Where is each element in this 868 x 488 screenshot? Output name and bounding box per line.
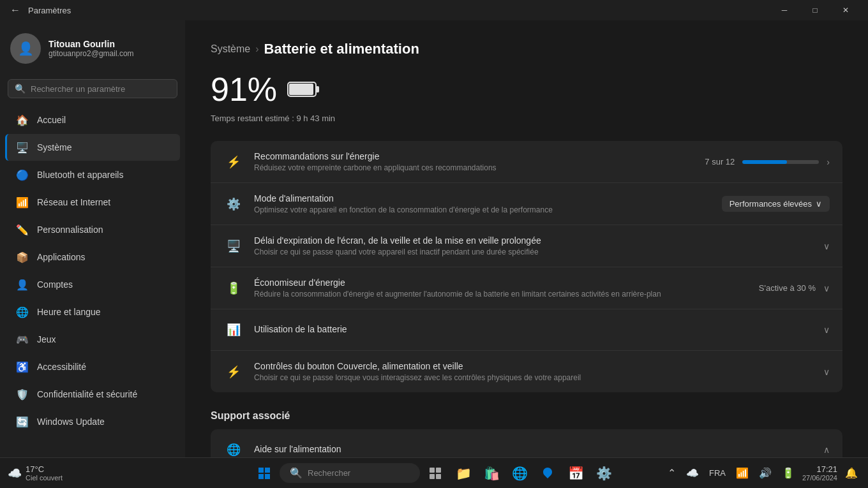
setting-text-economiseur: Économiseur d'énergie Réduire la consomm… [254,277,749,299]
progress-fill [742,160,787,164]
sidebar-item-personnalisation[interactable]: ✏️ Personnalisation [5,216,180,243]
chrome-button[interactable]: 🌐 [507,461,532,486]
settings-button[interactable]: ⚙️ [591,461,617,486]
user-profile[interactable]: 👤 Titouan Gourlin gtitouanpro2@gmail.com [0,26,185,74]
sidebar-item-confidentialite[interactable]: 🛡️ Confidentialité et sécurité [5,381,180,408]
setting-title-delai_expiration: Délai d'expiration de l'écran, de la vei… [254,235,813,246]
chevron-icon: ∨ [823,367,830,377]
setting-right-controles_bouton: ∨ [823,367,830,377]
page-title: Batterie et alimentation [264,41,419,57]
setting-row-delai_expiration[interactable]: 🖥️ Délai d'expiration de l'écran, de la … [211,225,842,267]
system-tray-icon[interactable]: ⌃ [665,464,678,482]
start-button[interactable] [251,461,277,486]
nav-list: 🏠 Accueil 🖥️ Système 🔵 Bluetooth et appa… [0,106,185,436]
nav-icon-heure: 🌐 [15,305,29,319]
sidebar-item-systeme[interactable]: 🖥️ Système [5,134,180,161]
search-box[interactable]: 🔍 Rechercher un paramètre [8,79,177,98]
svg-rect-10 [436,474,441,479]
dropdown-button-mode_alimentation[interactable]: Performances élevées ∨ [722,196,830,212]
support-chevron-icon: ∧ [823,445,830,455]
sidebar-item-accessibilite[interactable]: ♿ Accessibilité [5,353,180,380]
setting-desc-delai_expiration: Choisir ce qui se passe quand votre appa… [254,248,813,256]
sidebar-item-applications[interactable]: 📦 Applications [5,244,180,270]
svg-rect-9 [430,474,435,479]
setting-icon-mode_alimentation: ⚙️ [223,194,244,214]
title-bar: ← Paramètres ─ □ ✕ [0,0,868,20]
progress-container [742,160,819,164]
file-explorer-button[interactable]: 📁 [451,461,476,486]
setting-icon-economiseur: 🔋 [223,278,244,299]
svg-rect-6 [265,474,270,479]
volume-icon[interactable]: 🔊 [756,464,774,482]
sidebar-item-heure[interactable]: 🌐 Heure et langue [5,299,180,325]
battery-percentage: 91% [211,70,277,108]
cloud-icon[interactable]: ☁️ [684,464,701,482]
weather-widget[interactable]: ☁️ 17°C Ciel couvert [8,464,63,482]
svg-rect-3 [258,468,264,473]
setting-row-mode_alimentation[interactable]: ⚙️ Mode d'alimentation Optimisez votre a… [211,183,842,225]
setting-row-utilisation_batterie[interactable]: 📊 Utilisation de la batterie ∨ [211,309,842,351]
language-indicator[interactable]: FRA [707,466,728,480]
calendar-button[interactable]: 📅 [563,461,588,486]
wifi-icon[interactable]: 📶 [733,464,751,482]
svg-rect-5 [258,474,264,479]
setting-icon-delai_expiration: 🖥️ [223,236,244,256]
maximize-button[interactable]: □ [800,0,830,20]
sidebar-item-reseau[interactable]: 📶 Réseau et Internet [5,189,180,216]
battery-icon [287,80,320,98]
search-placeholder: Rechercher un paramètre [31,84,125,94]
chevron-icon: ∨ [823,241,830,251]
setting-desc-controles_bouton: Choisir ce qui se passe lorsque vous int… [254,373,813,382]
user-email: gtitouanpro2@gmail.com [49,49,134,58]
sidebar-item-comptes[interactable]: 👤 Comptes [5,271,180,298]
nav-label-applications: Applications [37,252,86,262]
edge-button[interactable] [535,461,560,486]
setting-right-economiseur: S'active à 30 % ∨ [759,283,830,293]
support-row-aide_alimentation[interactable]: 🌐 Aide sur l'alimentation ∧ [211,429,842,457]
nav-label-personnalisation: Personnalisation [37,225,103,235]
notification-icon[interactable]: 🔔 [842,464,860,482]
search-icon: 🔍 [15,84,26,94]
setting-row-economiseur[interactable]: 🔋 Économiseur d'énergie Réduire la conso… [211,267,842,309]
setting-title-utilisation_batterie: Utilisation de la batterie [254,324,813,334]
sidebar-item-bluetooth[interactable]: 🔵 Bluetooth et appareils [5,161,180,188]
svg-rect-2 [289,84,313,95]
minimize-button[interactable]: ─ [770,0,799,20]
dropdown-chevron-icon: ∨ [816,199,822,209]
setting-value-economiseur: S'active à 30 % [759,283,816,293]
nav-label-jeux: Jeux [37,334,56,344]
taskbar-search[interactable]: 🔍 Rechercher [280,463,420,483]
setting-row-recommandations[interactable]: ⚡ Recommandations sur l'énergie Réduisez… [211,141,842,183]
task-view-button[interactable] [423,461,448,486]
support-right-aide_alimentation: ∧ [823,445,830,455]
dropdown-label: Performances élevées [730,199,812,209]
setting-right-delai_expiration: ∨ [823,241,830,251]
setting-desc-recommandations: Réduisez votre empreinte carbone en appl… [254,163,694,172]
weather-temp: 17°C [26,464,63,474]
system-clock[interactable]: 17:21 27/06/2024 [802,464,837,482]
support-text-aide_alimentation: Aide sur l'alimentation [254,444,813,456]
svg-rect-1 [316,86,319,92]
breadcrumb-separator: › [255,43,258,55]
close-button[interactable]: ✕ [831,0,860,20]
back-button[interactable]: ← [8,3,23,18]
nav-label-heure: Heure et langue [37,307,101,317]
setting-icon-controles_bouton: ⚡ [223,362,244,382]
nav-label-accessibilite: Accessibilité [37,362,86,372]
svg-rect-4 [265,468,270,473]
user-info: Titouan Gourlin gtitouanpro2@gmail.com [49,39,134,58]
support-section: 🌐 Aide sur l'alimentation ∧ [211,429,842,457]
sidebar-item-windows_update[interactable]: 🔄 Windows Update [5,408,180,435]
breadcrumb-parent: Système [211,43,250,55]
battery-taskbar-icon[interactable]: 🔋 [779,464,797,482]
setting-row-controles_bouton[interactable]: ⚡ Contrôles du bouton Couvercle, aliment… [211,351,842,392]
sidebar-item-accueil[interactable]: 🏠 Accueil [5,107,180,133]
nav-icon-applications: 📦 [15,250,29,264]
microsoft-store-button[interactable]: 🛍️ [479,461,504,486]
search-container: 🔍 Rechercher un paramètre [0,74,185,106]
svg-rect-8 [436,468,441,473]
setting-icon-recommandations: ⚡ [223,152,244,172]
sidebar-item-jeux[interactable]: 🎮 Jeux [5,326,180,353]
setting-right-recommandations: 7 sur 12 › [705,157,830,167]
setting-text-recommandations: Recommandations sur l'énergie Réduisez v… [254,151,694,172]
